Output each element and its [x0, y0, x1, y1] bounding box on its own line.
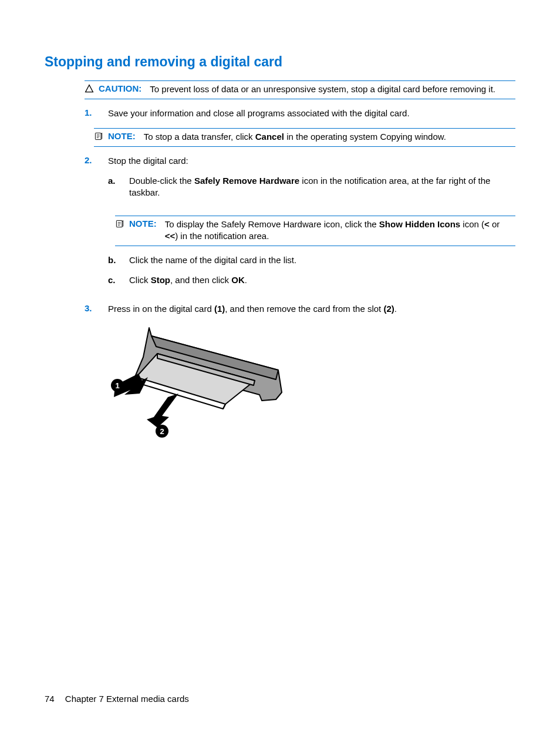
note-text: To stop a data transfer, click Cancel in… — [144, 131, 515, 143]
bold-term: Safely Remove Hardware — [194, 176, 299, 186]
bold-term: (2) — [383, 304, 394, 314]
bold-term: << — [165, 231, 176, 241]
note-label: NOTE: — [129, 219, 157, 228]
substep-letter: b. — [108, 254, 129, 266]
text-fragment: To display the Safely Remove Hardware ic… — [165, 219, 379, 229]
text-fragment: Press in on the digital card — [108, 304, 214, 314]
note-text: To display the Safely Remove Hardware ic… — [165, 219, 515, 243]
substep-c: c. Click Stop, and then click OK. — [108, 274, 515, 286]
substep-letter: a. — [108, 175, 129, 187]
substep-list: a. Double-click the Safely Remove Hardwa… — [108, 175, 515, 199]
step-body: b. Click the name of the digital card in… — [108, 254, 515, 295]
caution-icon — [85, 84, 95, 95]
procedure-list: 2. Stop the digital card: a. Double-clic… — [85, 155, 515, 207]
note-callout-2: NOTE: To display the Safely Remove Hardw… — [115, 216, 515, 247]
bold-term: OK — [231, 275, 245, 285]
substep-text: Click Stop, and then click OK. — [129, 274, 515, 286]
step-number: 1. — [85, 107, 108, 117]
page-footer: 74 Chapter 7 External media cards — [45, 694, 189, 704]
substep-a: a. Double-click the Safely Remove Hardwa… — [108, 175, 515, 199]
note-label: NOTE: — [108, 131, 136, 141]
bold-term: Show Hidden Icons — [379, 219, 460, 229]
svg-text:2: 2 — [160, 427, 164, 436]
text-fragment: ) in the notification area. — [175, 231, 269, 241]
substep-list: b. Click the name of the digital card in… — [108, 254, 515, 287]
note-callout-1: NOTE: To stop a data transfer, click Can… — [94, 128, 515, 147]
text-fragment: icon ( — [460, 219, 484, 229]
caution-text: To prevent loss of data or an unresponsi… — [150, 83, 515, 95]
step-text: Stop the digital card: — [108, 156, 188, 166]
step-number: 2. — [85, 155, 108, 165]
text-fragment: Click — [129, 275, 151, 285]
bold-term: < — [484, 219, 490, 229]
bold-term: Stop — [151, 275, 170, 285]
substep-b: b. Click the name of the digital card in… — [108, 254, 515, 266]
text-fragment: Double-click the — [129, 176, 194, 186]
caution-callout: CAUTION: To prevent loss of data or an u… — [85, 80, 515, 99]
bold-term: Cancel — [255, 132, 284, 142]
procedure-list: 1. Save your information and close all p… — [85, 107, 515, 119]
text-fragment: , and then remove the card from the slot — [225, 304, 383, 314]
step-2: 2. Stop the digital card: a. Double-clic… — [85, 155, 515, 207]
caution-label: CAUTION: — [99, 83, 141, 93]
bold-term: (1) — [214, 304, 225, 314]
step-text: Save your information and close all prog… — [108, 107, 515, 119]
text-fragment: . — [394, 304, 397, 314]
step-1: 1. Save your information and close all p… — [85, 107, 515, 119]
step-number: 3. — [85, 303, 108, 313]
chapter-title: Chapter 7 External media cards — [65, 694, 189, 704]
note-icon — [115, 219, 126, 230]
illustration-card-slot: 1 2 — [108, 323, 290, 441]
step-text: Press in on the digital card (1), and th… — [108, 303, 515, 315]
text-fragment: . — [245, 275, 247, 285]
procedure-list: b. Click the name of the digital card in… — [85, 254, 515, 315]
page-number: 74 — [45, 694, 55, 704]
substep-text: Double-click the Safely Remove Hardware … — [129, 175, 515, 199]
substep-text: Click the name of the digital card in th… — [129, 254, 515, 266]
step-2-cont: b. Click the name of the digital card in… — [85, 254, 515, 295]
step-body: Stop the digital card: a. Double-click t… — [108, 155, 515, 207]
text-fragment: or — [490, 219, 500, 229]
text-fragment: To stop a data transfer, click — [144, 132, 255, 142]
text-fragment: , and then click — [170, 275, 231, 285]
section-heading: Stopping and removing a digital card — [45, 54, 515, 70]
svg-text:1: 1 — [115, 381, 119, 390]
step-3: 3. Press in on the digital card (1), and… — [85, 303, 515, 315]
text-fragment: in the operating system Copying window. — [284, 132, 446, 142]
substep-letter: c. — [108, 274, 129, 286]
note-icon — [94, 132, 104, 143]
